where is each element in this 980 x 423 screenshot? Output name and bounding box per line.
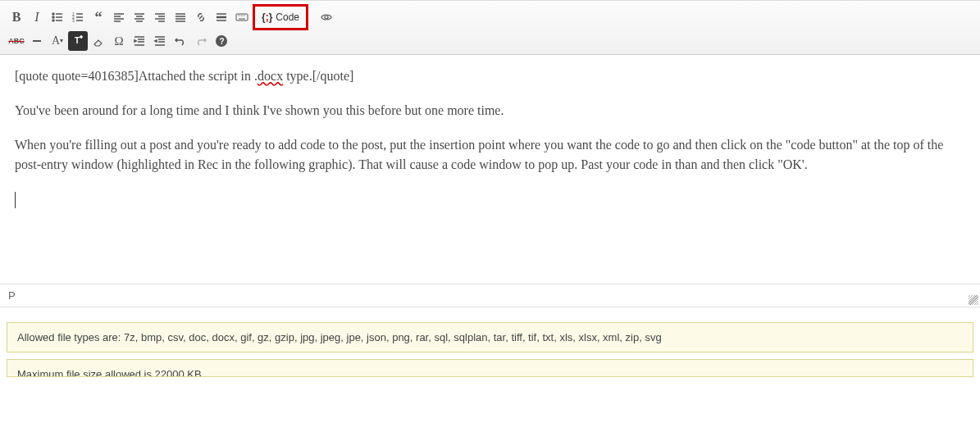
- font-color-button[interactable]: A: [48, 31, 67, 51]
- help-button[interactable]: ?: [212, 31, 231, 51]
- eraser-button[interactable]: [89, 31, 108, 51]
- code-button-label: Code: [276, 11, 299, 23]
- svg-text:3: 3: [72, 18, 75, 23]
- svg-point-4: [52, 20, 54, 21]
- hr-button[interactable]: [212, 7, 231, 27]
- spellcheck-button[interactable]: ABC: [7, 31, 26, 51]
- editor-toolbar: B I 123 “ {;} Code ABC A T Ω ?: [0, 0, 980, 55]
- allowed-filetypes-notice: Allowed file types are: 7z, bmp, csv, do…: [7, 322, 973, 352]
- toolbar-row-2: ABC A T Ω ?: [7, 31, 973, 51]
- editor-line-2: You've been around for a long time and I…: [15, 101, 965, 121]
- element-path[interactable]: P: [8, 289, 16, 302]
- code-button[interactable]: {;} Code: [257, 7, 304, 27]
- italic-button[interactable]: I: [27, 7, 47, 27]
- max-filesize-notice: Maximum file size allowed is 22000 KB: [7, 359, 973, 377]
- resize-grip[interactable]: [969, 295, 978, 305]
- keyboard-button[interactable]: [232, 7, 252, 27]
- svg-text:T: T: [75, 36, 80, 45]
- code-button-highlight: {;} Code: [253, 4, 308, 30]
- preview-button[interactable]: [317, 7, 336, 27]
- spell-error: docx: [258, 69, 283, 83]
- align-right-button[interactable]: [150, 7, 170, 27]
- redo-button[interactable]: [191, 31, 211, 51]
- align-left-button[interactable]: [109, 7, 129, 27]
- editor-content[interactable]: [quote quote=4016385]Attached the script…: [0, 55, 980, 284]
- svg-text:?: ?: [220, 37, 225, 46]
- svg-rect-31: [236, 14, 248, 20]
- svg-point-0: [52, 13, 54, 15]
- number-list-button[interactable]: 123: [68, 7, 88, 27]
- hr-insert-button[interactable]: [27, 31, 47, 51]
- code-braces-icon: {;}: [262, 11, 272, 23]
- toolbar-row-1: B I 123 “ {;} Code: [7, 4, 973, 30]
- indent-button[interactable]: [150, 31, 170, 51]
- align-center-button[interactable]: [130, 7, 149, 27]
- outdent-button[interactable]: [130, 31, 149, 51]
- link-button[interactable]: [191, 7, 211, 27]
- editor-status-bar: P: [0, 284, 980, 307]
- svg-point-38: [325, 16, 328, 19]
- paste-text-button[interactable]: T: [68, 31, 88, 51]
- bold-button[interactable]: B: [7, 7, 26, 27]
- bullet-list-button[interactable]: [48, 7, 67, 27]
- omega-button[interactable]: Ω: [109, 31, 129, 51]
- undo-button[interactable]: [171, 31, 190, 51]
- editor-line-3: When you're filling out a post and you'r…: [15, 135, 965, 175]
- blockquote-button[interactable]: “: [89, 7, 108, 27]
- align-justify-button[interactable]: [171, 7, 190, 27]
- svg-point-2: [52, 16, 54, 18]
- text-cursor: [15, 192, 16, 208]
- editor-line-1: [quote quote=4016385]Attached the script…: [15, 66, 965, 86]
